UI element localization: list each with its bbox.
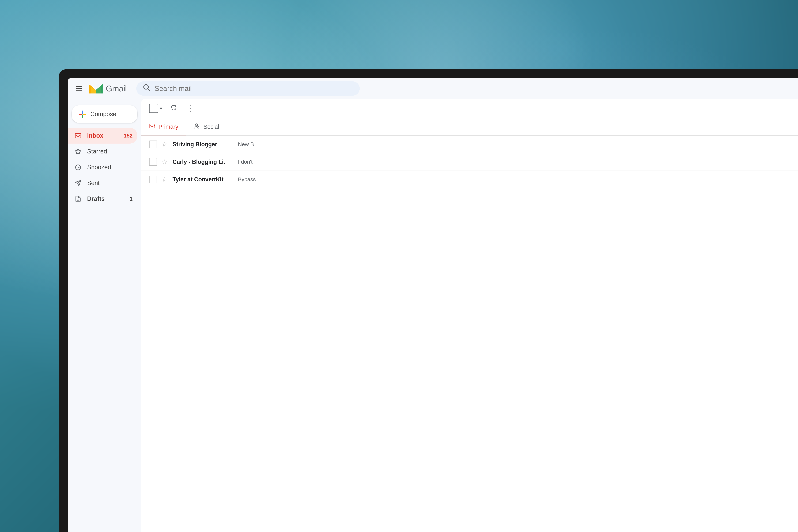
menu-line-1: [76, 86, 82, 87]
email-area: ▾ ⋮: [141, 99, 798, 532]
screen: Gmail: [68, 78, 798, 532]
social-tab-icon: [194, 123, 200, 131]
email-preview-0: New B: [238, 141, 798, 147]
drafts-label: Drafts: [87, 195, 125, 202]
sidebar-item-sent[interactable]: Sent: [68, 175, 137, 191]
email-list: ☆ Striving Blogger New B ☆ Carly - Blogg…: [141, 136, 798, 532]
primary-tab-icon: [149, 123, 155, 131]
sidebar-item-starred[interactable]: Starred: [68, 144, 137, 159]
search-bar[interactable]: [136, 81, 360, 96]
social-tab-label: Social: [204, 124, 219, 130]
gmail-header: Gmail: [68, 78, 798, 99]
email-checkbox-1[interactable]: [149, 158, 157, 166]
gmail-wordmark: Gmail: [106, 84, 127, 93]
email-row[interactable]: ☆ Striving Blogger New B: [141, 136, 798, 153]
compose-plus-icon: [78, 110, 87, 118]
email-sender-0: Striving Blogger: [172, 141, 233, 148]
email-sender-2: Tyler at ConvertKit: [172, 176, 233, 183]
starred-label: Starred: [87, 148, 133, 155]
star-icon: [74, 147, 82, 156]
menu-button[interactable]: [74, 84, 84, 93]
svg-rect-5: [79, 114, 82, 115]
primary-tab-label: Primary: [159, 124, 178, 130]
email-star-0[interactable]: ☆: [162, 140, 168, 148]
email-sender-1: Carly - Blogging Li.: [172, 158, 233, 165]
refresh-button[interactable]: [169, 102, 179, 114]
sidebar-item-snoozed[interactable]: Snoozed: [68, 159, 137, 175]
email-preview-1: I don't: [238, 159, 798, 165]
inbox-label: Inbox: [87, 132, 119, 139]
laptop-frame: Gmail: [59, 70, 798, 532]
select-dropdown-arrow[interactable]: ▾: [160, 106, 162, 111]
inbox-icon: [74, 131, 82, 140]
svg-point-14: [198, 125, 199, 127]
email-row[interactable]: ☆ Tyler at ConvertKit Bypass: [141, 171, 798, 188]
email-row[interactable]: ☆ Carly - Blogging Li. I don't: [141, 153, 798, 171]
sent-label: Sent: [87, 179, 133, 187]
tab-primary[interactable]: Primary: [141, 118, 186, 135]
clock-icon: [74, 163, 82, 172]
select-all-checkbox[interactable]: [149, 104, 158, 113]
email-preview-2: Bypass: [238, 176, 798, 183]
gmail-logo: Gmail: [89, 83, 127, 95]
compose-label: Compose: [90, 111, 116, 118]
email-toolbar: ▾ ⋮: [141, 99, 798, 118]
send-icon: [74, 179, 82, 187]
sidebar: Compose Inbox 152: [68, 99, 141, 532]
sidebar-item-inbox[interactable]: Inbox 152: [68, 128, 137, 144]
email-star-2[interactable]: ☆: [162, 175, 168, 183]
svg-rect-12: [150, 124, 155, 128]
compose-button[interactable]: Compose: [72, 105, 137, 123]
svg-rect-3: [82, 111, 83, 114]
search-icon: [143, 83, 151, 94]
svg-point-13: [196, 124, 198, 126]
svg-marker-8: [75, 149, 81, 154]
svg-line-2: [148, 89, 150, 91]
sidebar-item-drafts[interactable]: Drafts 1: [68, 191, 137, 207]
menu-line-3: [76, 91, 82, 91]
gmail-main: Compose Inbox 152: [68, 99, 798, 532]
tab-social[interactable]: Social: [186, 118, 227, 135]
more-options-button[interactable]: ⋮: [185, 102, 197, 115]
gmail-m-icon: [89, 83, 103, 95]
inbox-badge: 152: [124, 133, 133, 139]
email-star-1[interactable]: ☆: [162, 158, 168, 166]
gmail-ui: Gmail: [68, 78, 798, 532]
email-tabs: Primary Social: [141, 118, 798, 136]
snoozed-label: Snoozed: [87, 164, 133, 171]
search-input[interactable]: [155, 84, 353, 93]
menu-line-2: [76, 88, 82, 89]
email-checkbox-0[interactable]: [149, 140, 157, 148]
drafts-badge: 1: [130, 196, 133, 202]
svg-rect-7: [75, 134, 81, 138]
svg-rect-4: [82, 115, 83, 118]
draft-icon: [74, 194, 82, 203]
email-checkbox-2[interactable]: [149, 176, 157, 183]
svg-rect-6: [83, 114, 86, 115]
